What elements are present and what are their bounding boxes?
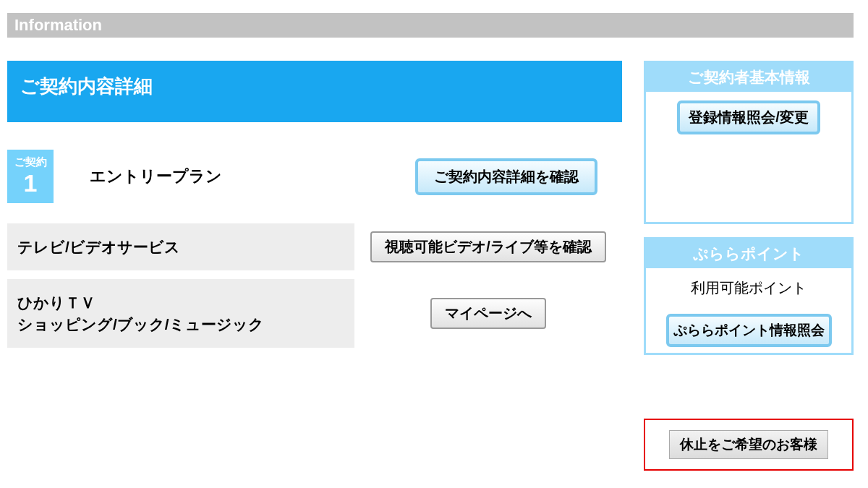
available-points-label: 利用可能ポイント [646,268,851,308]
side-box-head: ご契約者基本情報 [646,63,851,92]
service-btn-cell: 視聴可能ビデオ/ライブ等を確認 [354,223,622,270]
side-box-body: ぷららポイント情報照会 [646,308,851,353]
plan-detail-btn-wrap: ご契約内容詳細を確認 [391,158,622,195]
contract-badge-label: ご契約 [7,155,54,168]
service-btn-cell: マイページへ [354,279,622,348]
plala-point-query-button[interactable]: ぷららポイント情報照会 [666,314,832,347]
service-table: テレビ/ビデオサービス 視聴可能ビデオ/ライブ等を確認 ひかりＴＶ ショッピング… [7,223,622,348]
contract-title: ご契約内容詳細 [7,61,622,122]
information-bar: Information [7,13,854,38]
side-column: ご契約者基本情報 登録情報照会/変更 ぷららポイント 利用可能ポイント ぷららポ… [644,61,854,471]
suspend-box: 休止をご希望のお客様 [644,419,854,471]
side-box-plala-point: ぷららポイント 利用可能ポイント ぷららポイント情報照会 [644,237,854,355]
contract-plan-row: ご契約 1 エントリープラン ご契約内容詳細を確認 [7,150,622,203]
main-layout: ご契約内容詳細 ご契約 1 エントリープラン ご契約内容詳細を確認 テレビ/ビデ… [0,61,868,471]
service-label-hikari-tv: ひかりＴＶ ショッピング/ブック/ミュージック [7,279,354,348]
contract-badge-number: 1 [7,168,54,198]
plan-name: エントリープラン [54,166,391,187]
mypage-button[interactable]: マイページへ [430,298,546,329]
side-box-contractor-info: ご契約者基本情報 登録情報照会/変更 [644,61,854,224]
check-video-live-button[interactable]: 視聴可能ビデオ/ライブ等を確認 [370,231,606,262]
suspend-request-button[interactable]: 休止をご希望のお客様 [669,430,828,459]
service-label-tv-video: テレビ/ビデオサービス [7,223,354,270]
reginfo-query-change-button[interactable]: 登録情報照会/変更 [677,100,820,134]
main-column: ご契約内容詳細 ご契約 1 エントリープラン ご契約内容詳細を確認 テレビ/ビデ… [7,61,622,348]
contract-badge: ご契約 1 [7,150,54,203]
table-row: ひかりＴＶ ショッピング/ブック/ミュージック マイページへ [7,279,622,348]
side-box-head: ぷららポイント [646,239,851,268]
table-row: テレビ/ビデオサービス 視聴可能ビデオ/ライブ等を確認 [7,223,622,270]
side-box-body: 登録情報照会/変更 [646,92,851,222]
plan-detail-button[interactable]: ご契約内容詳細を確認 [415,158,597,195]
